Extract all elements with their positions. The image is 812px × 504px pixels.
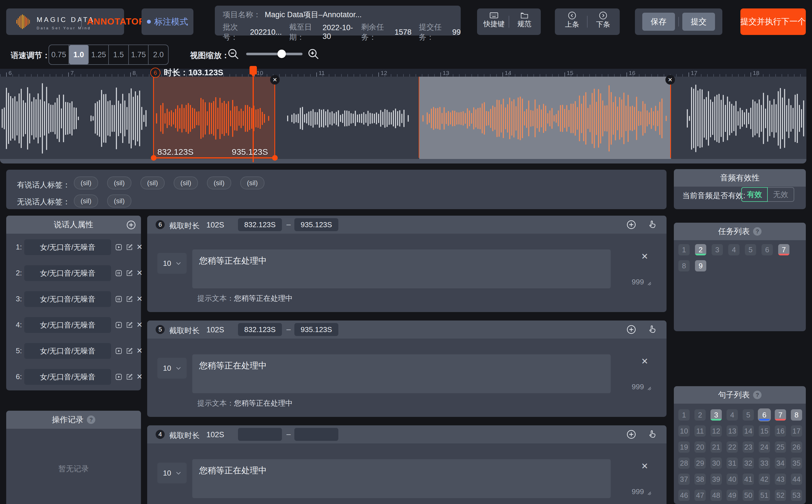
speaker-attr-input[interactable]: 女/无口音/无噪音 [24, 369, 111, 385]
speaker-sil-pill[interactable]: (sil) [140, 176, 165, 189]
sentence-tile-10[interactable]: 10 [678, 425, 690, 437]
segment-5-add-icon[interactable] [626, 325, 636, 334]
sentence-tile-11[interactable]: 11 [694, 425, 706, 437]
task-tile-7[interactable]: 7 [778, 244, 789, 255]
task-tile-2[interactable]: 2 [695, 244, 706, 255]
pause-icon[interactable] [115, 269, 122, 277]
sentence-tile-32[interactable]: 32 [743, 457, 754, 469]
zoom-in-icon[interactable] [307, 48, 320, 60]
task-tile-4[interactable]: 4 [728, 244, 740, 255]
sentence-tile-28[interactable]: 28 [678, 457, 690, 469]
speaker-sil-pill[interactable]: (sil) [207, 176, 231, 189]
segment-4-add-icon[interactable] [626, 430, 636, 439]
delete-speaker-icon[interactable]: ✕ [136, 295, 143, 302]
segment-5-drag-icon[interactable] [647, 324, 657, 334]
segment-6-count-select[interactable]: 10 [157, 253, 187, 274]
play-icon[interactable] [115, 373, 122, 381]
speed-option-1.75[interactable]: 1.75 [129, 45, 149, 64]
sentence-tile-23[interactable]: 23 [743, 441, 754, 453]
waveform-area[interactable] [0, 69, 806, 163]
sentence-tile-20[interactable]: 20 [694, 441, 706, 453]
segment-6-add-icon[interactable] [626, 220, 636, 229]
pause-icon[interactable] [115, 295, 122, 303]
segment-4-remove-icon[interactable]: ✕ [641, 462, 648, 470]
segment-4-start-input[interactable] [238, 428, 282, 441]
segment-5-textarea[interactable]: 您稍等正在处理中 [192, 354, 611, 393]
zoom-slider-thumb[interactable] [277, 50, 286, 58]
edit-icon[interactable] [126, 244, 133, 251]
selection1-end-handle[interactable] [272, 155, 278, 161]
sentence-tile-13[interactable]: 13 [727, 425, 738, 437]
sentence-tile-51[interactable]: 51 [759, 490, 770, 501]
sentence-tile-41[interactable]: 41 [743, 474, 754, 485]
segment-4-drag-icon[interactable] [647, 429, 657, 439]
delete-speaker-icon[interactable]: ✕ [136, 321, 143, 328]
sentence-tile-25[interactable]: 25 [775, 441, 786, 453]
selection1-close-button[interactable]: ✕ [270, 75, 280, 85]
segment-5-count-select[interactable]: 10 [157, 358, 187, 379]
segment-4-textarea[interactable]: 您稍等正在处理中 [192, 459, 611, 498]
sentence-tile-44[interactable]: 44 [791, 474, 802, 485]
sentence-tile-17[interactable]: 17 [791, 425, 802, 437]
sentence-tile-6[interactable]: 6 [759, 409, 770, 421]
playhead-line[interactable] [253, 74, 254, 162]
delete-speaker-icon[interactable]: ✕ [136, 269, 143, 277]
sentence-tile-52[interactable]: 52 [775, 490, 786, 501]
delete-speaker-icon[interactable]: ✕ [136, 347, 143, 354]
invalid-button[interactable]: 无效 [768, 187, 794, 202]
sentence-tile-43[interactable]: 43 [775, 474, 786, 485]
segment-6-start-input[interactable]: 832.123S [238, 218, 282, 231]
edit-icon[interactable] [126, 321, 133, 329]
task-tile-8[interactable]: 8 [678, 260, 690, 271]
sentence-tile-49[interactable]: 49 [727, 490, 738, 501]
edit-icon[interactable] [126, 269, 133, 277]
play-icon[interactable] [115, 347, 122, 355]
play-icon[interactable] [115, 244, 122, 251]
sentence-tile-7[interactable]: 7 [775, 409, 786, 421]
sentence-tile-46[interactable]: 46 [678, 490, 690, 501]
sentence-tile-38[interactable]: 38 [694, 474, 706, 485]
sentence-tile-42[interactable]: 42 [759, 474, 770, 485]
segment-5-end-input[interactable]: 935.123S [294, 323, 338, 336]
segment-6-end-input[interactable]: 935.123S [294, 218, 338, 231]
sentence-tile-24[interactable]: 24 [759, 441, 770, 453]
task-tile-5[interactable]: 5 [745, 244, 756, 255]
delete-speaker-icon[interactable]: ✕ [136, 373, 143, 380]
playhead-flag[interactable] [250, 66, 257, 74]
valid-button[interactable]: 有效 [741, 187, 768, 202]
sentence-tile-29[interactable]: 29 [694, 457, 706, 469]
selection2-left-edge[interactable] [419, 77, 419, 158]
sentence-tile-34[interactable]: 34 [775, 457, 786, 469]
submit-button[interactable]: 提交 [682, 13, 715, 31]
sentence-tile-33[interactable]: 33 [759, 457, 770, 469]
sentence-help-icon[interactable]: ? [753, 391, 762, 399]
selection2-close-button[interactable]: ✕ [665, 75, 675, 85]
sentence-tile-2[interactable]: 2 [694, 409, 706, 421]
sentence-tile-31[interactable]: 31 [727, 457, 738, 469]
prev-item-button[interactable]: 上条 [558, 11, 586, 33]
shortcut-button[interactable]: 快捷键 [480, 11, 508, 32]
sentence-tile-30[interactable]: 30 [711, 457, 722, 469]
sentence-tile-48[interactable]: 48 [711, 490, 722, 501]
sentence-tile-47[interactable]: 47 [694, 490, 706, 501]
sentence-tile-35[interactable]: 35 [791, 457, 802, 469]
speaker-sil-pill[interactable]: (sil) [107, 176, 131, 189]
speed-option-1.0[interactable]: 1.0 [69, 45, 89, 64]
task-tile-3[interactable]: 3 [712, 244, 723, 255]
task-tile-1[interactable]: 1 [678, 244, 690, 255]
play-icon[interactable] [115, 321, 122, 329]
sentence-tile-16[interactable]: 16 [775, 425, 786, 437]
speaker-attr-input[interactable]: 女/无口音/无噪音 [24, 239, 111, 255]
zoom-slider-track[interactable] [246, 53, 303, 55]
sentence-tile-21[interactable]: 21 [711, 441, 722, 453]
sentence-tile-22[interactable]: 22 [727, 441, 738, 453]
speaker-attr-input[interactable]: 女/无口音/无噪音 [24, 265, 111, 281]
nonspeaker-sil-pill[interactable]: (sil) [74, 194, 98, 207]
speed-option-0.75[interactable]: 0.75 [49, 45, 69, 64]
task-tile-9[interactable]: 9 [695, 260, 706, 271]
sentence-tile-37[interactable]: 37 [678, 474, 690, 485]
nonspeaker-sil-pill[interactable]: (sil) [107, 194, 131, 207]
speaker-sil-pill[interactable]: (sil) [174, 176, 198, 189]
speaker-sil-pill[interactable]: (sil) [74, 176, 98, 189]
selection1-start-handle[interactable] [151, 155, 156, 161]
